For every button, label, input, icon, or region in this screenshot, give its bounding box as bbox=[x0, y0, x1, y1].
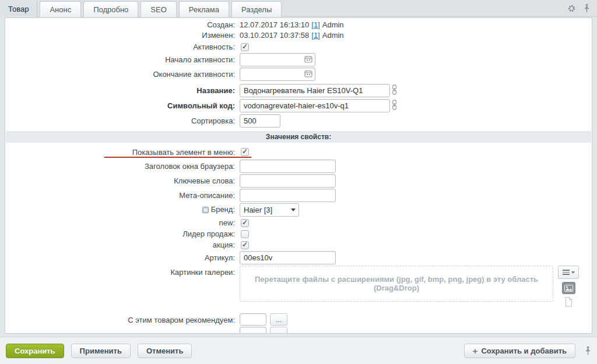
row-brand: Бренд: Haier [3] bbox=[5, 203, 592, 217]
brand-label: Бренд: bbox=[5, 204, 240, 215]
recommend-row-1: ... bbox=[240, 313, 287, 326]
meta-description-input[interactable] bbox=[240, 189, 336, 202]
tab-razdely[interactable]: Разделы bbox=[231, 1, 282, 17]
article-label: Артикул: bbox=[5, 253, 240, 263]
show-in-menu-label: Показывать элемент в меню: bbox=[5, 147, 240, 157]
row-sort: Сортировка: bbox=[5, 114, 592, 128]
article-input[interactable] bbox=[240, 251, 336, 264]
created-datetime: 12.07.2017 16:13:10 bbox=[240, 20, 309, 29]
hamburger-icon bbox=[563, 270, 570, 275]
browser-title-input[interactable] bbox=[240, 160, 336, 173]
prop-new-checkbox[interactable] bbox=[241, 219, 249, 227]
prop-sale-checkbox[interactable] bbox=[241, 241, 249, 249]
prop-bestseller-checkbox[interactable] bbox=[241, 230, 249, 238]
recommend-input-1[interactable] bbox=[240, 313, 266, 326]
row-show-in-menu: Показывать элемент в меню: bbox=[5, 146, 592, 158]
tab-seo[interactable]: SEO bbox=[141, 1, 176, 17]
name-input[interactable] bbox=[240, 84, 390, 97]
pin-icon[interactable] bbox=[585, 347, 591, 355]
apply-button[interactable]: Применить bbox=[71, 344, 131, 358]
plus-icon: + bbox=[473, 347, 478, 355]
row-gallery: Картинки галереи: Перетащите файлы с рас… bbox=[5, 266, 592, 309]
tab-tovar[interactable]: Товар bbox=[0, 1, 37, 17]
save-button[interactable]: Сохранить bbox=[6, 344, 64, 358]
prop-sale-label: акция: bbox=[5, 240, 240, 250]
gallery-dropzone[interactable]: Перетащите файлы с расширениями (jpg, gi… bbox=[240, 266, 553, 302]
recommend-browse-button-2[interactable]: ... bbox=[270, 327, 287, 334]
row-keywords: Ключевые слова: bbox=[5, 174, 592, 188]
cancel-button[interactable]: Отменить bbox=[138, 344, 192, 358]
tab-podrobno[interactable]: Подробно bbox=[83, 1, 138, 17]
sort-input[interactable] bbox=[240, 114, 280, 128]
action-bar: Сохранить Применить Отменить + Сохранить… bbox=[0, 337, 597, 364]
row-created: Создан: 12.07.2017 16:13:10 [1] Admin bbox=[5, 20, 592, 30]
calendar-icon[interactable] bbox=[304, 70, 312, 79]
row-article: Артикул: bbox=[5, 251, 592, 264]
created-user: Admin bbox=[322, 20, 344, 29]
recommend-browse-button-1[interactable]: ... bbox=[270, 313, 287, 326]
row-activity-start: Начало активности: bbox=[5, 53, 592, 66]
save-and-add-label: Сохранить и добавить bbox=[481, 347, 567, 355]
activity-end-label: Окончание активности: bbox=[5, 69, 240, 79]
modified-user: Admin bbox=[322, 31, 344, 40]
tab-anons[interactable]: Анонс bbox=[40, 1, 81, 17]
file-icon[interactable] bbox=[564, 297, 573, 309]
section-header-properties: Значения свойств: bbox=[6, 131, 591, 143]
created-user-link[interactable]: [1] bbox=[311, 20, 319, 29]
show-in-menu-checkbox[interactable] bbox=[241, 148, 249, 156]
row-code: Символьный код: bbox=[5, 99, 592, 112]
image-icon bbox=[564, 285, 573, 292]
row-prop-new: new: bbox=[5, 218, 592, 228]
gallery-image-button[interactable] bbox=[562, 282, 575, 294]
activity-checkbox[interactable] bbox=[241, 43, 249, 51]
gallery-label: Картинки галереи: bbox=[5, 266, 240, 277]
activity-label: Активность: bbox=[5, 42, 240, 52]
prop-new-label: new: bbox=[5, 218, 240, 228]
brand-property-icon[interactable] bbox=[202, 206, 209, 215]
recommend-label: С этим товаром рекомендуем: bbox=[5, 313, 240, 325]
row-prop-bestseller: Лидер продаж: bbox=[5, 229, 592, 239]
translit-chain-icon[interactable] bbox=[392, 100, 397, 112]
browser-title-label: Заголовок окна браузера: bbox=[5, 161, 240, 171]
prop-bestseller-label: Лидер продаж: bbox=[5, 229, 240, 239]
save-and-add-button[interactable]: + Сохранить и добавить bbox=[464, 344, 575, 358]
activity-start-label: Начало активности: bbox=[5, 55, 240, 65]
code-input[interactable] bbox=[240, 99, 390, 112]
row-modified: Изменен: 03.10.2017 10:37:58 [1] Admin bbox=[5, 30, 592, 40]
sort-label: Сортировка: bbox=[5, 116, 240, 126]
tab-bar: Товар Анонс Подробно SEO Реклама Разделы bbox=[0, 0, 597, 17]
calendar-icon[interactable] bbox=[304, 55, 312, 65]
pin-icon[interactable] bbox=[584, 4, 590, 13]
row-activity: Активность: bbox=[5, 42, 592, 52]
row-recommend: С этим товаром рекомендуем: ... ... ... bbox=[5, 313, 592, 334]
recommend-input-2[interactable] bbox=[240, 327, 266, 334]
keywords-label: Ключевые слова: bbox=[5, 176, 240, 186]
gallery-menu-button[interactable] bbox=[558, 266, 579, 279]
row-browser-title: Заголовок окна браузера: bbox=[5, 160, 592, 173]
code-label: Символьный код: bbox=[5, 101, 240, 111]
translit-chain-icon[interactable] bbox=[392, 84, 397, 97]
row-prop-sale: акция: bbox=[5, 240, 592, 250]
brand-select[interactable]: Haier [3] bbox=[240, 203, 299, 217]
tab-reklama[interactable]: Реклама bbox=[179, 1, 229, 17]
recommend-row-2: ... bbox=[240, 327, 287, 334]
created-label: Создан: bbox=[5, 20, 240, 30]
name-label: Название: bbox=[5, 86, 240, 96]
chevron-down-icon bbox=[571, 271, 575, 274]
row-meta-description: Мета-описание: bbox=[5, 189, 592, 202]
gear-icon[interactable] bbox=[568, 5, 575, 12]
product-form-panel: Создан: 12.07.2017 16:13:10 [1] Admin Из… bbox=[5, 17, 592, 334]
meta-description-label: Мета-описание: bbox=[5, 190, 240, 200]
modified-label: Изменен: bbox=[5, 30, 240, 40]
row-activity-end: Окончание активности: bbox=[5, 68, 592, 81]
modified-datetime: 03.10.2017 10:37:58 bbox=[240, 31, 309, 40]
row-name: Название: bbox=[5, 84, 592, 97]
keywords-input[interactable] bbox=[240, 174, 336, 188]
modified-user-link[interactable]: [1] bbox=[311, 31, 319, 40]
